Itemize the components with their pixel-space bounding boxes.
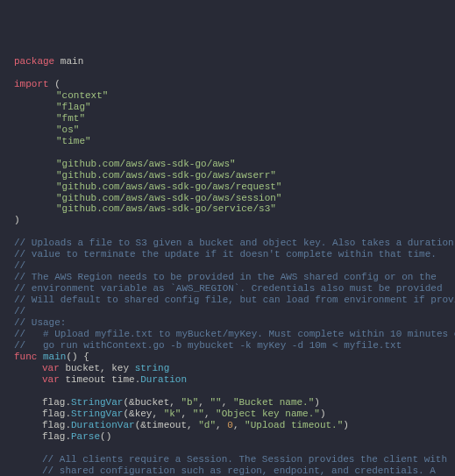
import-path: "github.com/aws/aws-sdk-go/aws": [14, 159, 441, 170]
comment-line: // All clients require a Session. The Se…: [14, 454, 441, 465]
import-path: "github.com/aws/aws-sdk-go/aws/awserr": [14, 170, 441, 181]
comment-line: // # Upload myfile.txt to myBucket/myKey…: [14, 329, 441, 340]
comment-line: //: [14, 260, 441, 272]
import-path: "fmt": [14, 113, 441, 124]
comment-line: //: [14, 306, 441, 317]
comment-line: // go run withContext.go -b mybucket -k …: [14, 340, 441, 352]
import-path: "github.com/aws/aws-sdk-go/service/s3": [14, 203, 441, 215]
import-path: "flag": [14, 102, 441, 113]
flag-stringvar-key: flag.StringVar(&key, "k", "", "Object ke…: [14, 409, 441, 420]
import-path: "github.com/aws/aws-sdk-go/aws/session": [14, 193, 441, 204]
import-path: "github.com/aws/aws-sdk-go/aws/request": [14, 181, 441, 193]
code-editor: package main import ("context""flag""fmt…: [14, 56, 441, 476]
import-open: import (: [14, 79, 441, 90]
blank-line: [14, 386, 441, 397]
blank-line: [14, 67, 441, 79]
func-decl: func main() {: [14, 352, 441, 363]
import-close: ): [14, 215, 441, 226]
blank-line: [14, 226, 441, 238]
comment-line: // The AWS Region needs to be provided i…: [14, 272, 441, 283]
blank-line: [14, 443, 441, 454]
comment-line: // value to terminate the update if it d…: [14, 249, 441, 260]
import-path: "time": [14, 136, 441, 147]
comment-line: // Usage:: [14, 317, 441, 329]
flag-durationvar-timeout: flag.DurationVar(&timeout, "d", 0, "Uplo…: [14, 420, 441, 431]
flag-parse: flag.Parse(): [14, 431, 441, 443]
comment-line: // environment variable as `AWS_REGION`.…: [14, 283, 441, 295]
import-path: "os": [14, 124, 441, 136]
comment-line: // Uploads a file to S3 given a bucket a…: [14, 238, 441, 249]
flag-stringvar-bucket: flag.StringVar(&bucket, "b", "", "Bucket…: [14, 397, 441, 409]
var-decl: var timeout time.Duration: [14, 374, 441, 386]
comment-line: // Will default to shared config file, b…: [14, 295, 441, 306]
blank-line: [14, 147, 441, 159]
package-decl: package main: [14, 56, 441, 67]
import-path: "context": [14, 90, 441, 102]
var-decl: var bucket, key string: [14, 363, 441, 374]
comment-line: // shared configuration such as region, …: [14, 465, 441, 476]
